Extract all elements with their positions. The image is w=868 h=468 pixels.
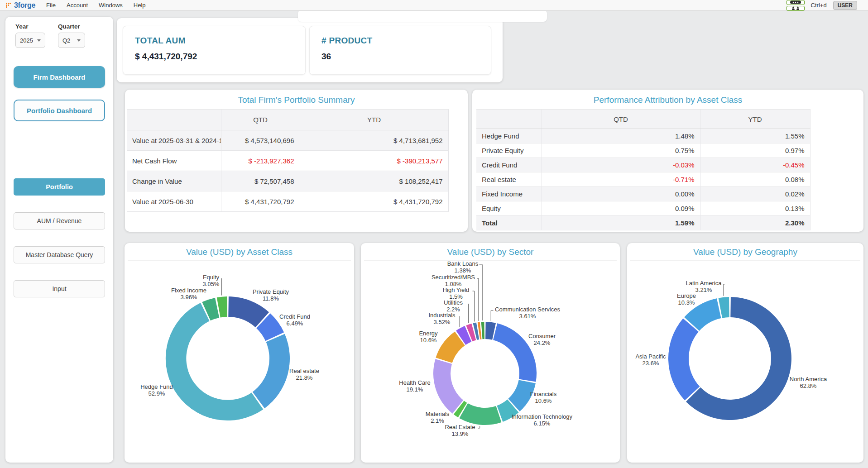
chart-label-pct: 6.49% xyxy=(287,320,303,327)
quarter-select[interactable]: Q2 xyxy=(58,33,85,48)
table-row[interactable]: Fixed Income0.00%0.02% xyxy=(476,187,851,201)
portfolio-summary-table: QTDYTDValue at 2025-03-31 & 2024-12-31$ … xyxy=(127,109,466,212)
table-row[interactable]: Real estate-0.71%0.08% xyxy=(476,172,851,187)
table-cell xyxy=(448,151,466,171)
year-select[interactable]: 2025 xyxy=(15,33,45,48)
product-count-value: 36 xyxy=(321,52,479,62)
table-cell: Change in Value xyxy=(127,171,221,191)
column-header xyxy=(476,110,542,129)
3forge-logo-icon xyxy=(6,2,12,9)
geography-chart-title: Value (USD) by Geography xyxy=(627,243,863,257)
chart-label: Equity xyxy=(203,274,220,281)
donut-slice-real-estate[interactable] xyxy=(253,334,290,409)
column-header: YTD xyxy=(700,110,810,129)
geography-donut-chart: North America62.8%Asia Pacific23.6%Europ… xyxy=(627,243,863,463)
year-filter: Year 2025 xyxy=(15,23,45,48)
floating-strip xyxy=(298,10,547,22)
chart-label-pct: 24.2% xyxy=(534,339,551,346)
menu-item-file[interactable]: File xyxy=(46,2,56,9)
table-row[interactable]: Credit Fund-0.03%-0.45% xyxy=(476,158,851,172)
chart-label-pct: 52.9% xyxy=(149,390,165,397)
chart-label: Real Estate xyxy=(445,424,475,430)
menu-item-windows[interactable]: Windows xyxy=(99,2,123,9)
table-cell: Net Cash Flow xyxy=(127,151,221,171)
chart-label: Materials xyxy=(426,411,450,417)
portfolio-summary-title: Total Firm's Portfolio Summary xyxy=(125,90,468,109)
kpi-cards-panel: TOTAL AUM $ 4,431,720,792 # PRODUCT 36 xyxy=(117,18,503,82)
performance-attribution-panel: Performance Attribution by Asset Class Q… xyxy=(472,90,863,232)
sidebar-button-portfolio-dashboard[interactable]: Portfolio Dashboard xyxy=(14,100,105,121)
chart-label: Hedge Fund xyxy=(140,383,173,390)
quarter-filter: Quarter Q2 xyxy=(58,23,85,48)
table-cell xyxy=(810,187,851,201)
menu-item-account[interactable]: Account xyxy=(67,2,88,9)
chart-label-pct: 21.8% xyxy=(296,374,313,381)
chart-label-pct: 1.5% xyxy=(449,293,463,300)
table-cell: $ 4,431,720,792 xyxy=(221,191,300,212)
table-cell: 0.75% xyxy=(542,143,700,158)
sidebar-button-input[interactable]: Input xyxy=(14,280,105,297)
chart-label: Securitized/MBS xyxy=(432,274,475,281)
users-status-icon[interactable] xyxy=(786,6,805,11)
chart-label: High Yield xyxy=(443,287,470,293)
table-row[interactable]: Hedge Fund1.48%1.55% xyxy=(476,129,851,143)
table-cell: 1.48% xyxy=(542,129,700,143)
donut-slice-bank-loans[interactable] xyxy=(481,322,484,339)
sidebar-button-firm-dashboard[interactable]: Firm Dashboard xyxy=(14,66,105,88)
donut-slice-health-care[interactable] xyxy=(433,359,463,413)
chart-label: Private Equity xyxy=(253,288,289,295)
donut-slice-asia-pacific[interactable] xyxy=(668,319,700,401)
donut-slice-consumer[interactable] xyxy=(493,323,537,382)
logo-text: 3forge xyxy=(14,1,35,10)
chart-label-pct: 3.61% xyxy=(519,313,536,320)
main-menu: FileAccountWindowsHelp xyxy=(46,2,145,9)
chart-label: North America xyxy=(790,376,827,382)
table-cell xyxy=(810,172,851,187)
table-row[interactable]: Value at 2025-03-31 & 2024-12-31$ 4,573,… xyxy=(127,130,466,151)
user-badge[interactable]: USER xyxy=(833,1,857,10)
donut-slice-real-estate[interactable] xyxy=(459,403,501,425)
chart-label: Information Technology xyxy=(512,413,573,420)
column-header xyxy=(810,110,851,129)
chart-label-pct: 6.15% xyxy=(534,420,551,427)
sidebar-button-portfolio[interactable]: Portfolio xyxy=(14,178,105,196)
column-header: QTD xyxy=(542,110,700,129)
label-leader-line xyxy=(480,265,483,320)
chart-label: Communication Services xyxy=(495,306,560,313)
table-cell: Value at 2025-03-31 & 2024-12-31 xyxy=(127,130,221,151)
table-row[interactable]: Value at 2025-06-30$ 4,431,720,792$ 4,43… xyxy=(127,191,466,212)
sidebar-button-master-database-query[interactable]: Master Database Query xyxy=(14,246,105,263)
sidebar-button-aum-revenue[interactable]: AUM / Revenue xyxy=(14,212,105,229)
table-cell: Hedge Fund xyxy=(476,129,542,143)
table-row[interactable]: Equity0.09%0.13% xyxy=(476,201,851,216)
table-row[interactable]: Total1.59%2.30% xyxy=(476,216,851,230)
column-header: YTD xyxy=(300,110,448,130)
chart-label-pct: 3.96% xyxy=(181,294,197,301)
table-cell: $ 72,507,458 xyxy=(221,171,300,191)
table-cell: $ 4,431,720,792 xyxy=(300,191,448,212)
chevron-down-icon xyxy=(77,39,81,42)
table-row[interactable]: Private Equity0.75%0.97% xyxy=(476,143,851,158)
table-cell: -0.71% xyxy=(542,172,700,187)
connection-status-icon[interactable] xyxy=(786,0,805,5)
table-cell: 0.08% xyxy=(700,172,810,187)
table-row[interactable]: Change in Value$ 72,507,458$ 108,252,417 xyxy=(127,171,466,191)
product-count-card: # PRODUCT 36 xyxy=(309,26,491,75)
table-cell: $ 4,573,140,696 xyxy=(221,130,300,151)
table-cell: 0.09% xyxy=(542,201,700,216)
shortcut-hint: Ctrl+d xyxy=(811,2,827,9)
chart-label-pct: 2.2% xyxy=(446,306,460,313)
performance-attribution-table: QTDYTDHedge Fund1.48%1.55%Private Equity… xyxy=(476,109,851,230)
table-cell: Equity xyxy=(476,201,542,216)
sidebar: Year 2025 Quarter Q2 Firm DashboardPortf… xyxy=(5,17,113,463)
table-cell: Fixed Income xyxy=(476,187,542,201)
table-cell: -0.45% xyxy=(700,158,810,172)
donut-svg: Communication Services3.61%Consumer24.2%… xyxy=(361,243,620,463)
asset-class-donut-chart: Private Equity11.8%Credit Fund6.49%Real … xyxy=(125,243,354,463)
table-cell: 1.59% xyxy=(542,216,700,230)
table-cell xyxy=(810,158,851,172)
label-leader-line xyxy=(473,291,475,321)
chart-label: Utilities xyxy=(444,299,463,306)
menu-item-help[interactable]: Help xyxy=(134,2,146,9)
table-row[interactable]: Net Cash Flow$ -213,927,362$ -390,213,57… xyxy=(127,151,466,171)
